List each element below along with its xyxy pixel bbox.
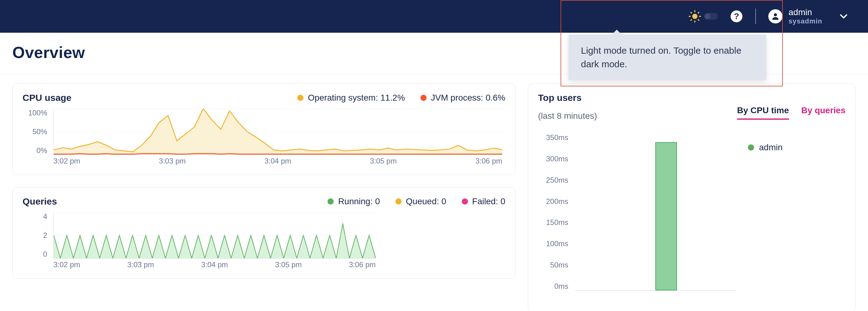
- x-tick: 3:06 pm: [349, 260, 376, 271]
- cpu-chart: 100% 50% 0% 3:02 pm 3:03 pm 3:04 pm 3:05…: [23, 105, 505, 167]
- help-button[interactable]: ?: [730, 10, 743, 23]
- x-tick: 3:04 pm: [265, 157, 291, 167]
- y-tick: 300ms: [546, 155, 568, 163]
- svg-text:?: ?: [734, 11, 739, 21]
- cpu-legend-jvm: JVM process: 0.6%: [421, 93, 505, 103]
- svg-line-4: [698, 20, 699, 20]
- dot-icon: [462, 198, 468, 205]
- x-tick: 3:02 pm: [53, 157, 80, 167]
- queries-legend-failed: Failed: 0: [462, 196, 505, 207]
- users-card-subtitle: (last 8 minutes): [538, 111, 597, 121]
- svg-line-3: [691, 12, 691, 13]
- cpu-legend: Operating system: 11.2% JVM process: 0.6…: [297, 93, 505, 103]
- y-tick: 50ms: [550, 261, 568, 269]
- theme-toggle[interactable]: [689, 10, 718, 23]
- dot-icon: [328, 198, 334, 205]
- dot-icon: [748, 145, 754, 151]
- y-tick: 2: [43, 231, 47, 240]
- users-legend-label: admin: [759, 143, 782, 152]
- queries-card: Queries Running: 0 Queued: 0 Failed: 0: [12, 187, 516, 279]
- y-tick: 150ms: [546, 218, 568, 227]
- x-tick: 3:06 pm: [475, 157, 502, 167]
- queries-legend-running: Running: 0: [328, 196, 380, 207]
- users-card-title: Top users: [538, 93, 597, 103]
- x-tick: 3:02 pm: [53, 260, 80, 271]
- svg-point-0: [692, 14, 697, 19]
- avatar-icon: [768, 9, 782, 24]
- dot-icon: [297, 95, 304, 101]
- user-name: admin: [789, 7, 823, 17]
- y-tick: 0: [43, 250, 47, 258]
- theme-tooltip: Light mode turned on. Toggle to enable d…: [568, 35, 766, 80]
- y-tick: 250ms: [546, 176, 568, 185]
- users-chart: 350ms 300ms 250ms 200ms 150ms 100ms 50ms…: [538, 133, 845, 294]
- queries-legend-queued: Queued: 0: [395, 196, 446, 207]
- users-tabs: By CPU time By queries: [737, 105, 845, 120]
- users-plot: [575, 133, 736, 291]
- user-menu[interactable]: admin sysadmin: [768, 7, 850, 25]
- y-tick: 0ms: [554, 282, 568, 291]
- tab-by-queries[interactable]: By queries: [801, 105, 845, 120]
- top-nav: ? admin sysadmin: [0, 0, 868, 33]
- svg-line-7: [691, 20, 691, 20]
- chevron-down-icon: [829, 10, 849, 22]
- user-role: sysadmin: [789, 17, 823, 25]
- queries-card-title: Queries: [23, 196, 57, 207]
- x-tick: 3:04 pm: [201, 260, 228, 271]
- nav-separator: [755, 9, 756, 24]
- x-tick: 3:03 pm: [127, 260, 154, 271]
- cpu-usage-card: CPU usage Operating system: 11.2% JVM pr…: [12, 84, 516, 175]
- y-tick: 0%: [36, 146, 47, 155]
- queries-legend: Running: 0 Queued: 0 Failed: 0: [328, 196, 505, 207]
- dashboard-body: CPU usage Operating system: 11.2% JVM pr…: [0, 74, 868, 311]
- x-tick: 3:03 pm: [159, 157, 186, 167]
- y-tick: 50%: [32, 127, 47, 136]
- svg-point-11: [774, 13, 777, 17]
- users-legend: admin: [748, 143, 782, 152]
- user-bar[interactable]: [655, 142, 677, 290]
- y-tick: 100ms: [546, 240, 568, 248]
- queries-chart: 4 2 0 3:02 pm 3:03 pm 3:04 pm 3:05 pm 3:…: [23, 209, 505, 271]
- cpu-legend-os: Operating system: 11.2%: [297, 93, 405, 103]
- x-tick: 3:05 pm: [275, 260, 302, 271]
- top-users-card: Top users (last 8 minutes) By CPU time B…: [528, 84, 856, 311]
- cpu-card-title: CPU usage: [23, 93, 71, 103]
- tab-by-cpu-time[interactable]: By CPU time: [737, 105, 789, 120]
- y-tick: 350ms: [546, 133, 568, 142]
- x-tick: 3:05 pm: [370, 157, 397, 167]
- y-tick: 200ms: [546, 197, 568, 206]
- sun-icon: [689, 10, 701, 23]
- toggle-pill[interactable]: [704, 13, 718, 20]
- y-tick: 100%: [28, 108, 47, 117]
- help-icon: ?: [730, 10, 743, 23]
- y-tick: 4: [43, 212, 47, 221]
- dot-icon: [395, 198, 402, 205]
- dot-icon: [421, 95, 427, 101]
- svg-line-8: [698, 12, 699, 13]
